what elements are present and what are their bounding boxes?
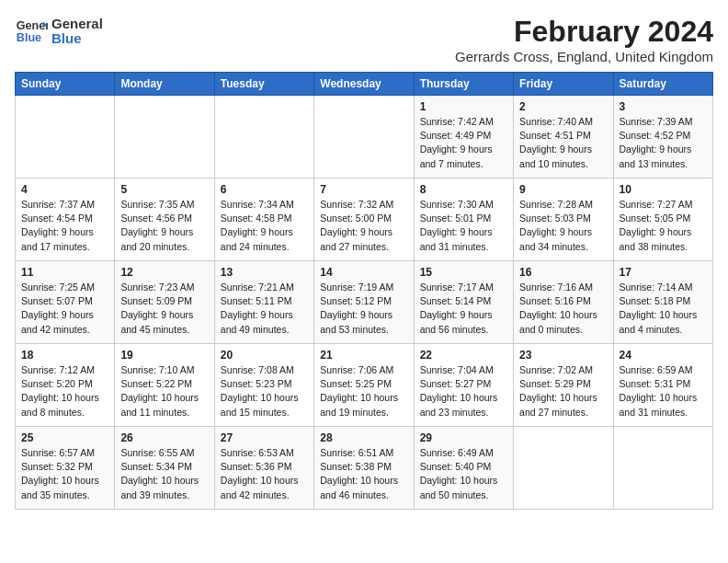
calendar-cell: 23Sunrise: 7:02 AM Sunset: 5:29 PM Dayli… bbox=[514, 344, 613, 427]
date-number: 10 bbox=[620, 183, 707, 196]
calendar-body: 1Sunrise: 7:42 AM Sunset: 4:49 PM Daylig… bbox=[16, 96, 713, 510]
date-number: 24 bbox=[620, 349, 707, 362]
week-row-1: 4Sunrise: 7:37 AM Sunset: 4:54 PM Daylig… bbox=[16, 178, 713, 261]
date-number: 6 bbox=[221, 183, 308, 196]
logo: General Blue General Blue bbox=[15, 15, 103, 48]
calendar-cell: 4Sunrise: 7:37 AM Sunset: 4:54 PM Daylig… bbox=[16, 178, 115, 261]
calendar-cell: 17Sunrise: 7:14 AM Sunset: 5:18 PM Dayli… bbox=[613, 261, 712, 344]
date-number: 8 bbox=[420, 183, 507, 196]
cell-info: Sunrise: 6:59 AM Sunset: 5:31 PM Dayligh… bbox=[620, 363, 707, 419]
date-number: 11 bbox=[21, 266, 108, 279]
calendar-cell: 3Sunrise: 7:39 AM Sunset: 4:52 PM Daylig… bbox=[613, 96, 712, 178]
calendar-cell bbox=[613, 427, 712, 510]
logo-blue: Blue bbox=[51, 31, 103, 47]
cell-info: Sunrise: 7:32 AM Sunset: 5:00 PM Dayligh… bbox=[320, 198, 407, 254]
cell-info: Sunrise: 7:42 AM Sunset: 4:49 PM Dayligh… bbox=[420, 115, 507, 171]
header-tuesday: Tuesday bbox=[214, 73, 313, 96]
header-thursday: Thursday bbox=[414, 73, 513, 96]
date-number: 5 bbox=[120, 183, 208, 196]
calendar-cell: 28Sunrise: 6:51 AM Sunset: 5:38 PM Dayli… bbox=[314, 427, 414, 510]
header-monday: Monday bbox=[115, 73, 214, 96]
cell-info: Sunrise: 6:51 AM Sunset: 5:38 PM Dayligh… bbox=[320, 446, 407, 502]
calendar-cell bbox=[115, 96, 214, 178]
calendar-cell: 1Sunrise: 7:42 AM Sunset: 4:49 PM Daylig… bbox=[414, 96, 513, 178]
calendar-cell: 19Sunrise: 7:10 AM Sunset: 5:22 PM Dayli… bbox=[115, 344, 214, 427]
cell-info: Sunrise: 7:35 AM Sunset: 4:56 PM Dayligh… bbox=[120, 198, 208, 254]
week-row-4: 25Sunrise: 6:57 AM Sunset: 5:32 PM Dayli… bbox=[16, 427, 713, 510]
cell-info: Sunrise: 6:57 AM Sunset: 5:32 PM Dayligh… bbox=[21, 446, 108, 502]
calendar-cell: 11Sunrise: 7:25 AM Sunset: 5:07 PM Dayli… bbox=[16, 261, 115, 344]
cell-info: Sunrise: 7:10 AM Sunset: 5:22 PM Dayligh… bbox=[120, 363, 208, 419]
date-number: 26 bbox=[120, 431, 208, 444]
cell-info: Sunrise: 7:04 AM Sunset: 5:27 PM Dayligh… bbox=[420, 363, 507, 419]
week-row-3: 18Sunrise: 7:12 AM Sunset: 5:20 PM Dayli… bbox=[16, 344, 713, 427]
date-number: 9 bbox=[519, 183, 607, 196]
cell-info: Sunrise: 7:21 AM Sunset: 5:11 PM Dayligh… bbox=[221, 281, 308, 337]
date-number: 16 bbox=[519, 266, 607, 279]
calendar-cell: 21Sunrise: 7:06 AM Sunset: 5:25 PM Dayli… bbox=[314, 344, 414, 427]
title-area: February 2024 Gerrards Cross, England, U… bbox=[455, 15, 713, 64]
svg-text:Blue: Blue bbox=[17, 31, 41, 44]
calendar-cell: 12Sunrise: 7:23 AM Sunset: 5:09 PM Dayli… bbox=[115, 261, 214, 344]
calendar-cell bbox=[214, 96, 313, 178]
calendar-cell bbox=[514, 427, 613, 510]
calendar-cell: 25Sunrise: 6:57 AM Sunset: 5:32 PM Dayli… bbox=[16, 427, 115, 510]
date-number: 7 bbox=[320, 183, 407, 196]
date-number: 29 bbox=[420, 431, 507, 444]
date-number: 13 bbox=[221, 266, 308, 279]
date-number: 25 bbox=[21, 431, 108, 444]
date-number: 3 bbox=[620, 100, 707, 113]
date-number: 14 bbox=[320, 266, 407, 279]
calendar-cell: 2Sunrise: 7:40 AM Sunset: 4:51 PM Daylig… bbox=[514, 96, 613, 178]
cell-info: Sunrise: 7:02 AM Sunset: 5:29 PM Dayligh… bbox=[519, 363, 607, 419]
cell-info: Sunrise: 7:14 AM Sunset: 5:18 PM Dayligh… bbox=[620, 281, 707, 337]
calendar-cell: 20Sunrise: 7:08 AM Sunset: 5:23 PM Dayli… bbox=[214, 344, 313, 427]
date-number: 22 bbox=[420, 349, 507, 362]
date-number: 28 bbox=[320, 431, 407, 444]
week-row-0: 1Sunrise: 7:42 AM Sunset: 4:49 PM Daylig… bbox=[16, 96, 713, 178]
header-saturday: Saturday bbox=[613, 73, 712, 96]
cell-info: Sunrise: 7:34 AM Sunset: 4:58 PM Dayligh… bbox=[221, 198, 308, 254]
calendar-cell: 22Sunrise: 7:04 AM Sunset: 5:27 PM Dayli… bbox=[414, 344, 513, 427]
header-row: SundayMondayTuesdayWednesdayThursdayFrid… bbox=[16, 73, 713, 96]
logo-general: General bbox=[51, 17, 103, 32]
calendar-cell: 16Sunrise: 7:16 AM Sunset: 5:16 PM Dayli… bbox=[514, 261, 613, 344]
week-row-2: 11Sunrise: 7:25 AM Sunset: 5:07 PM Dayli… bbox=[16, 261, 713, 344]
cell-info: Sunrise: 7:12 AM Sunset: 5:20 PM Dayligh… bbox=[21, 363, 108, 419]
header-friday: Friday bbox=[514, 73, 613, 96]
cell-info: Sunrise: 7:30 AM Sunset: 5:01 PM Dayligh… bbox=[420, 198, 507, 254]
cell-info: Sunrise: 7:16 AM Sunset: 5:16 PM Dayligh… bbox=[519, 281, 607, 337]
calendar-header: SundayMondayTuesdayWednesdayThursdayFrid… bbox=[16, 73, 713, 96]
cell-info: Sunrise: 7:17 AM Sunset: 5:14 PM Dayligh… bbox=[420, 281, 507, 337]
date-number: 27 bbox=[221, 431, 308, 444]
header: General Blue General Blue February 2024 … bbox=[15, 15, 713, 64]
calendar-cell: 26Sunrise: 6:55 AM Sunset: 5:34 PM Dayli… bbox=[115, 427, 214, 510]
location: Gerrards Cross, England, United Kingdom bbox=[455, 49, 713, 64]
cell-info: Sunrise: 7:06 AM Sunset: 5:25 PM Dayligh… bbox=[320, 363, 407, 419]
calendar-cell: 29Sunrise: 6:49 AM Sunset: 5:40 PM Dayli… bbox=[414, 427, 513, 510]
cell-info: Sunrise: 7:40 AM Sunset: 4:51 PM Dayligh… bbox=[519, 115, 607, 171]
calendar-cell: 9Sunrise: 7:28 AM Sunset: 5:03 PM Daylig… bbox=[514, 178, 613, 261]
calendar-cell bbox=[314, 96, 414, 178]
date-number: 15 bbox=[420, 266, 507, 279]
calendar-table: SundayMondayTuesdayWednesdayThursdayFrid… bbox=[15, 72, 713, 510]
date-number: 18 bbox=[21, 349, 108, 362]
logo-icon: General Blue bbox=[15, 15, 48, 48]
date-number: 12 bbox=[120, 266, 208, 279]
date-number: 23 bbox=[519, 349, 607, 362]
header-sunday: Sunday bbox=[16, 73, 115, 96]
calendar-cell: 27Sunrise: 6:53 AM Sunset: 5:36 PM Dayli… bbox=[214, 427, 313, 510]
date-number: 4 bbox=[21, 183, 108, 196]
cell-info: Sunrise: 7:08 AM Sunset: 5:23 PM Dayligh… bbox=[221, 363, 308, 419]
date-number: 21 bbox=[320, 349, 407, 362]
header-wednesday: Wednesday bbox=[314, 73, 414, 96]
calendar-cell: 15Sunrise: 7:17 AM Sunset: 5:14 PM Dayli… bbox=[414, 261, 513, 344]
month-year: February 2024 bbox=[455, 15, 713, 49]
calendar-cell: 13Sunrise: 7:21 AM Sunset: 5:11 PM Dayli… bbox=[214, 261, 313, 344]
calendar-cell: 24Sunrise: 6:59 AM Sunset: 5:31 PM Dayli… bbox=[613, 344, 712, 427]
cell-info: Sunrise: 6:49 AM Sunset: 5:40 PM Dayligh… bbox=[420, 446, 507, 502]
cell-info: Sunrise: 7:39 AM Sunset: 4:52 PM Dayligh… bbox=[620, 115, 707, 171]
calendar-cell: 5Sunrise: 7:35 AM Sunset: 4:56 PM Daylig… bbox=[115, 178, 214, 261]
cell-info: Sunrise: 7:19 AM Sunset: 5:12 PM Dayligh… bbox=[320, 281, 407, 337]
date-number: 19 bbox=[120, 349, 208, 362]
